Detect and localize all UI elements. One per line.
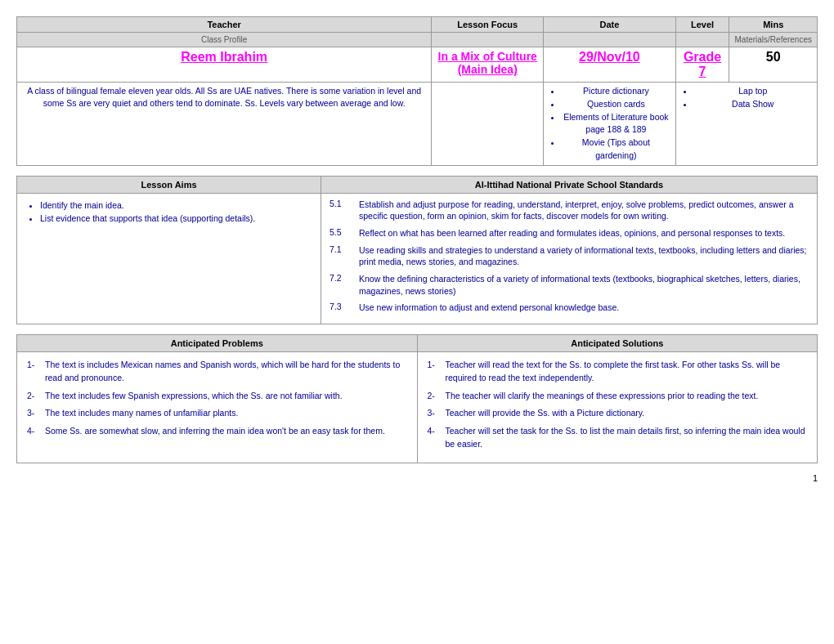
solution-num: 1-: [428, 359, 442, 385]
aims-list: Identify the main idea. List evidence th…: [25, 199, 312, 226]
problem-item: 3- The text includes many names of unfam…: [27, 407, 407, 420]
level-value: Grade 7: [684, 50, 721, 78]
material-item: Movie (Tips about gardening): [562, 136, 670, 163]
materials-right-cell: Lap top Data Show: [675, 83, 817, 166]
material-item: Elements of Literature book page 188 & 1…: [562, 111, 670, 137]
materials-subheader: Materials/References: [729, 33, 818, 47]
solution-text: Teacher will provide the Ss. with a Pict…: [446, 407, 645, 420]
class-profile-text: A class of bilingual female eleven year …: [22, 85, 426, 109]
aim-item: Identify the main idea.: [40, 199, 312, 212]
std-text: Establish and adjust purpose for reading…: [359, 199, 809, 222]
solution-item: 1- Teacher will read the text for the Ss…: [428, 359, 808, 385]
problems-cell: 1- The text is includes Mexican names an…: [17, 352, 418, 463]
problem-num: 1-: [27, 359, 42, 385]
solutions-header: Anticipated Solutions: [417, 335, 818, 352]
date-cell: 29/Nov/10: [544, 47, 675, 83]
mins-cell: 50: [729, 47, 818, 83]
empty-subheader: [432, 33, 544, 47]
lesson-focus-value: In a Mix of Culture (Main Idea): [438, 50, 537, 76]
aims-table: Lesson Aims Al-Ittihad National Private …: [16, 176, 818, 325]
empty-subheader2: [544, 33, 675, 47]
solutions-cell: 1- Teacher will read the text for the Ss…: [417, 352, 818, 463]
solution-text: Teacher will set the task for the Ss. to…: [446, 425, 808, 451]
lesson-focus-cell: In a Mix of Culture (Main Idea): [432, 47, 544, 83]
materials-list-2: Lap top Data Show: [681, 85, 812, 111]
solution-text: The teacher will clarify the meanings of…: [446, 390, 759, 403]
std-num: 7.2: [330, 273, 352, 297]
std-text: Use new information to adjust and extend…: [359, 302, 619, 314]
class-profile-subheader: Class Profile: [17, 33, 432, 47]
standards-content-cell: 5.1 Establish and adjust purpose for rea…: [321, 193, 818, 324]
lesson-focus-header: Lesson Focus: [432, 17, 544, 33]
date-value: 29/Nov/10: [579, 50, 640, 64]
mins-header: Mins: [729, 17, 818, 33]
teacher-name: Reem Ibrahim: [181, 50, 267, 64]
standard-row: 7.3 Use new information to adjust and ex…: [330, 302, 809, 314]
std-text: Reflect on what has been learned after r…: [359, 227, 785, 239]
solution-item: 2- The teacher will clarify the meanings…: [428, 390, 808, 403]
material-item: Picture dictionary: [562, 85, 670, 98]
empty-cell: [432, 83, 544, 166]
problem-num: 3-: [27, 407, 42, 420]
aim-item: List evidence that supports that idea (s…: [40, 212, 312, 226]
standards-header: Al-Ittihad National Private School Stand…: [321, 176, 818, 193]
std-num: 7.1: [330, 244, 352, 268]
materials-list-1: Picture dictionary Question cards Elemen…: [549, 85, 670, 163]
teacher-name-cell: Reem Ibrahim: [17, 47, 432, 83]
problem-num: 4-: [27, 425, 42, 438]
std-num: 5.5: [330, 227, 352, 239]
problem-text: The text includes many names of unfamili…: [45, 407, 238, 420]
level-header: Level: [675, 17, 729, 33]
problem-item: 2- The text includes few Spanish express…: [27, 390, 407, 403]
solution-num: 2-: [428, 390, 442, 403]
date-header: Date: [544, 17, 675, 33]
solution-text: Teacher will read the text for the Ss. t…: [446, 359, 808, 385]
mins-value: 50: [766, 50, 781, 64]
problem-num: 2-: [27, 390, 42, 403]
std-num: 7.3: [330, 302, 352, 314]
level-cell: Grade 7: [675, 47, 729, 83]
standard-row: 5.1 Establish and adjust purpose for rea…: [330, 199, 809, 222]
problem-item: 4- Some Ss. are somewhat slow, and infer…: [27, 425, 407, 438]
materials-left-cell: Picture dictionary Question cards Elemen…: [544, 83, 675, 166]
standard-row: 7.2 Know the defining characteristics of…: [330, 273, 809, 297]
problem-item: 1- The text is includes Mexican names an…: [27, 359, 407, 385]
solution-num: 3-: [428, 407, 442, 420]
std-text: Know the defining characteristics of a v…: [359, 273, 809, 297]
material-item: Question cards: [562, 98, 670, 111]
problem-text: The text includes few Spanish expression…: [45, 390, 343, 403]
problem-text: The text is includes Mexican names and S…: [45, 359, 407, 385]
page-number: 1: [16, 473, 818, 483]
info-table: Teacher Lesson Focus Date Level Mins Cla…: [16, 16, 818, 166]
std-text: Use reading skills and strategies to und…: [359, 244, 809, 268]
aims-header: Lesson Aims: [17, 176, 321, 193]
teacher-header: Teacher: [17, 17, 432, 33]
aims-content-cell: Identify the main idea. List evidence th…: [17, 193, 321, 324]
page-wrapper: Teacher Lesson Focus Date Level Mins Cla…: [16, 16, 818, 483]
problems-header: Anticipated Problems: [17, 335, 418, 352]
solution-item: 4- Teacher will set the task for the Ss.…: [428, 425, 808, 451]
empty-subheader3: [675, 33, 729, 47]
problems-solutions-table: Anticipated Problems Anticipated Solutio…: [16, 334, 818, 463]
material-item: Data Show: [694, 98, 812, 111]
solutions-list: 1- Teacher will read the text for the Ss…: [428, 359, 808, 451]
standard-row: 7.1 Use reading skills and strategies to…: [330, 244, 809, 268]
class-profile-cell: A class of bilingual female eleven year …: [17, 83, 432, 166]
solution-num: 4-: [428, 425, 442, 451]
std-num: 5.1: [330, 199, 352, 222]
material-item: Lap top: [694, 85, 812, 98]
problems-list: 1- The text is includes Mexican names an…: [27, 359, 407, 438]
solution-item: 3- Teacher will provide the Ss. with a P…: [428, 407, 808, 420]
problem-text: Some Ss. are somewhat slow, and inferrin…: [45, 425, 385, 438]
standard-row: 5.5 Reflect on what has been learned aft…: [330, 227, 809, 239]
